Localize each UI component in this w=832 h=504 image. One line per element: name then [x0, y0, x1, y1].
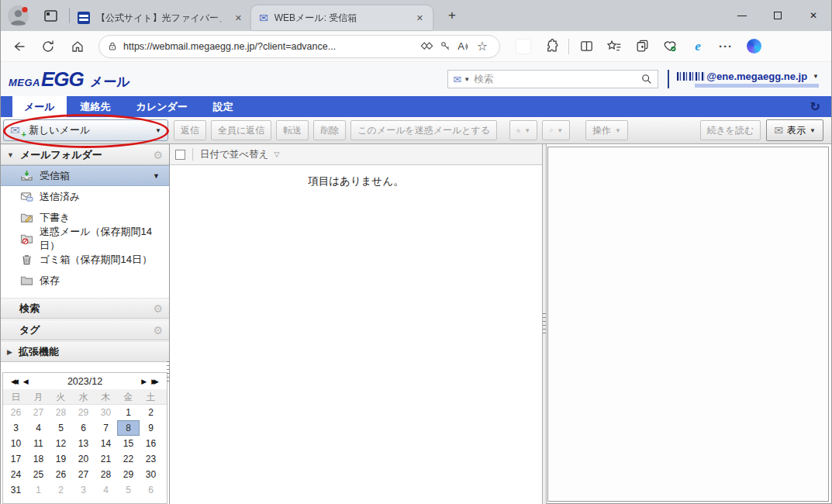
sidebar-splitter-grip[interactable]	[167, 361, 170, 381]
calendar-day[interactable]: 21	[95, 451, 117, 467]
minimize-button[interactable]: —	[724, 0, 760, 31]
split-screen-icon[interactable]	[575, 36, 597, 57]
archive-button[interactable]: ▼	[509, 120, 537, 140]
calendar-day[interactable]: 29	[72, 405, 95, 420]
calendar-day[interactable]: 19	[50, 451, 72, 467]
calendar-day[interactable]: 25	[27, 467, 50, 482]
calendar-day[interactable]: 13	[72, 436, 95, 451]
calendar-day[interactable]: 22	[117, 451, 140, 467]
collapse-triangle-icon[interactable]: ▼	[7, 151, 14, 159]
sidebar-item-inbox[interactable]: 受信箱 ▼	[1, 165, 169, 186]
extensions-puzzle-icon[interactable]	[540, 36, 562, 57]
refresh-icon[interactable]: ↻	[810, 96, 820, 117]
calendar-day[interactable]: 6	[140, 482, 162, 498]
actions-button[interactable]: 操作 ▼	[585, 120, 628, 140]
calendar-day[interactable]: 5	[117, 482, 140, 498]
back-button[interactable]	[7, 35, 30, 58]
tag-button[interactable]: ▼	[542, 120, 570, 140]
select-all-checkbox[interactable]	[175, 150, 185, 160]
search-input[interactable]	[474, 74, 640, 85]
calendar-day[interactable]: 16	[140, 436, 162, 451]
reply-all-button[interactable]: 全員に返信	[211, 120, 271, 140]
calendar-day[interactable]: 28	[95, 467, 117, 482]
prev-year-icon[interactable]: ◀◀	[9, 378, 21, 385]
calendar-day[interactable]: 7	[95, 420, 117, 436]
read-more-button[interactable]: 続きを読む	[700, 120, 761, 140]
calendar-day[interactable]: 18	[27, 451, 50, 467]
collections-icon[interactable]	[631, 36, 653, 57]
gear-icon[interactable]: ⚙	[153, 302, 163, 315]
calendar-day[interactable]: 1	[117, 405, 140, 420]
calendar-day[interactable]: 3	[5, 420, 27, 436]
new-tab-button[interactable]: +	[444, 8, 461, 23]
sidebar-section-search[interactable]: 検索 ⚙	[1, 298, 169, 319]
pane-splitter[interactable]	[542, 144, 547, 504]
sort-triangle-icon[interactable]: ▽	[274, 150, 279, 158]
ie-mode-icon[interactable]: e	[687, 36, 709, 57]
tab-close-icon[interactable]: ✕	[413, 12, 426, 25]
favorite-star-icon[interactable]: ☆	[473, 37, 492, 56]
read-aloud-icon[interactable]: A	[454, 37, 473, 56]
calendar-day[interactable]: 30	[140, 467, 162, 482]
expand-triangle-icon[interactable]: ▶	[7, 348, 12, 356]
search-magnifier-icon[interactable]	[640, 73, 653, 85]
folder-caret-icon[interactable]: ▼	[153, 172, 160, 180]
calendar-day[interactable]: 11	[27, 436, 50, 451]
sidebar-item-trash[interactable]: ゴミ箱（保存期間14日）	[1, 249, 169, 270]
nav-tab-settings[interactable]: 設定	[202, 96, 245, 117]
mail-search-box[interactable]: ✉ ▼	[447, 70, 658, 88]
next-year-icon[interactable]: ▶▶	[149, 378, 161, 385]
calendar-day[interactable]: 24	[5, 467, 27, 482]
maximize-button[interactable]	[760, 0, 796, 31]
calendar-day[interactable]: 27	[27, 405, 50, 420]
account-caret-icon[interactable]: ▼	[813, 73, 819, 80]
calendar-day[interactable]: 17	[5, 451, 27, 467]
reload-button[interactable]	[36, 35, 60, 58]
sidebar-section-extensions[interactable]: ▶ 拡張機能	[1, 341, 169, 362]
sidebar-item-sent[interactable]: 送信済み	[1, 186, 169, 207]
browser-essentials-icon[interactable]	[659, 36, 681, 57]
calendar-day[interactable]: 26	[5, 405, 27, 420]
calendar-day[interactable]: 1	[27, 482, 50, 498]
more-options-icon[interactable]: ···	[715, 36, 737, 57]
blank-extension-icon[interactable]	[513, 36, 534, 57]
calendar-day[interactable]: 28	[50, 405, 72, 420]
close-button[interactable]: ✕	[796, 0, 831, 31]
diamonds-icon[interactable]	[417, 37, 436, 56]
calendar-day[interactable]: 4	[27, 420, 50, 436]
sidebar-section-tags[interactable]: タグ ⚙	[1, 319, 169, 340]
calendar-day[interactable]: 8	[117, 420, 140, 436]
nav-tab-contacts[interactable]: 連絡先	[69, 96, 123, 117]
search-scope-envelope-icon[interactable]: ✉	[453, 74, 461, 85]
calendar-day[interactable]: 27	[72, 467, 95, 482]
calendar-day[interactable]: 12	[50, 436, 72, 451]
mail-folders-header[interactable]: ▼ メールフォルダー ⚙	[1, 144, 169, 165]
calendar-day[interactable]: 29	[117, 467, 140, 482]
calendar-day[interactable]: 20	[72, 451, 95, 467]
calendar-day[interactable]: 3	[72, 482, 95, 498]
new-mail-button[interactable]: ✉ + 新しいメール ▼	[3, 119, 168, 141]
calendar-day[interactable]: 9	[140, 420, 162, 436]
url-text[interactable]: https://webmail.megaegg.ne.jp/?client=ad…	[123, 41, 417, 52]
search-scope-caret-icon[interactable]: ▼	[464, 76, 470, 83]
calendar-day[interactable]: 23	[140, 451, 162, 467]
gear-icon[interactable]: ⚙	[153, 324, 163, 337]
nav-tab-mail[interactable]: メール	[12, 96, 67, 117]
reply-button[interactable]: 返信	[174, 120, 206, 140]
prev-month-icon[interactable]: ◀	[21, 378, 31, 385]
sort-by-date-button[interactable]: 日付で並べ替え	[200, 148, 268, 161]
copilot-icon[interactable]	[743, 36, 765, 57]
calendar-day[interactable]: 30	[95, 405, 117, 420]
sidebar-item-junk[interactable]: 迷惑メール（保存期間14日）	[1, 228, 169, 249]
gear-icon[interactable]: ⚙	[153, 149, 163, 161]
calendar-day[interactable]: 2	[140, 405, 162, 420]
calendar-day[interactable]: 2	[50, 482, 72, 498]
delete-button[interactable]: 削除	[313, 120, 346, 140]
calendar-day[interactable]: 26	[50, 467, 72, 482]
nav-tab-calendar[interactable]: カレンダー	[125, 96, 199, 117]
tab-actions-menu-button[interactable]	[43, 8, 58, 23]
calendar-day[interactable]: 6	[72, 420, 95, 436]
calendar-day[interactable]: 10	[5, 436, 27, 451]
mark-spam-button[interactable]: このメールを迷惑メールとする	[350, 120, 497, 140]
account-menu[interactable]: @ene.megaegg.ne.jp ▼	[677, 71, 819, 88]
